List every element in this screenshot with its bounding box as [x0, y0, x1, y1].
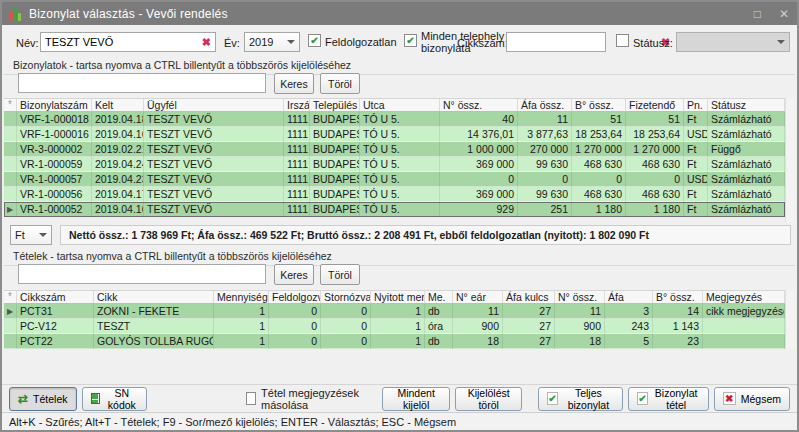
maximize-button[interactable]: □	[754, 7, 761, 21]
column-header[interactable]: Áfa	[605, 291, 653, 303]
column-header[interactable]: Megjegyzés	[703, 291, 785, 303]
chevron-down-icon	[287, 40, 295, 44]
sn-codes-button[interactable]: SN kódok	[82, 387, 148, 411]
scrollbar-track[interactable]	[785, 290, 795, 349]
items-search-input[interactable]	[19, 265, 265, 283]
all-sites-checkbox[interactable]: ✔	[404, 34, 417, 47]
column-header[interactable]: Cikk	[94, 291, 214, 303]
close-button[interactable]: ✕	[779, 7, 789, 21]
status-checkbox[interactable]	[616, 34, 629, 47]
column-header[interactable]: Feldolgozva	[269, 291, 321, 303]
status-label: Státusz:	[633, 37, 673, 49]
row-indicator	[4, 157, 17, 172]
documents-clear-button[interactable]: Töröl	[320, 73, 360, 94]
table-cell: Ft	[684, 202, 708, 217]
items-toggle-button[interactable]: ⇄ Tételek	[9, 387, 77, 411]
column-header[interactable]: N° eár	[453, 291, 503, 303]
table-cell: 0	[572, 172, 626, 187]
table-cell: 1 270 000	[572, 142, 626, 157]
currency-select[interactable]: Ft	[10, 225, 52, 245]
titlebar[interactable]: Bizonylat választás - Vevői rendelés □ ✕	[2, 2, 797, 25]
clear-name-icon[interactable]: ✖	[198, 36, 215, 49]
row-indicator: ▶	[4, 202, 17, 217]
table-cell: VR-1-000059	[17, 157, 92, 172]
table-cell: 14 376,01	[440, 127, 518, 142]
column-header[interactable]: Mennyiség	[214, 291, 269, 303]
table-cell: 1 000 000	[440, 142, 518, 157]
column-header[interactable]: Település	[310, 99, 360, 111]
column-header[interactable]: Áfa össz.	[518, 99, 572, 111]
name-label: Név:	[16, 37, 39, 49]
table-cell: cikk megjegyzése	[703, 304, 785, 319]
table-cell: 270 000	[518, 142, 572, 157]
table-cell: VRF-1-000018	[17, 112, 92, 127]
select-all-button[interactable]: Mindent kijelöl	[382, 387, 450, 411]
items-table[interactable]: *CikkszámCikkMennyiségFeldolgozvaStornóz…	[4, 290, 785, 349]
table-cell: Ft	[684, 187, 708, 202]
column-header[interactable]: Irszám	[284, 99, 310, 111]
table-cell: TÓ U 5.	[360, 187, 440, 202]
table-cell: 929	[440, 202, 518, 217]
table-row[interactable]: VR-1-0000572019.04.23TESZT VEVŐ1111BUDAP…	[4, 172, 785, 187]
table-row[interactable]: ▶PCT31ZOKNI - FEKETE1001db112711314cikk …	[4, 304, 785, 319]
cancel-button[interactable]: ✖ Mégsem	[714, 387, 790, 411]
documents-search-input[interactable]	[19, 74, 265, 92]
table-cell: 0	[321, 334, 371, 349]
table-row[interactable]: PCT22GOLYÓS TOLLBA RUGÓ1001db182718523	[4, 334, 785, 349]
column-header[interactable]: B° össz.	[572, 99, 626, 111]
table-row[interactable]: VR-1-0000592019.04.24TESZT VEVŐ1111BUDAP…	[4, 157, 785, 172]
column-header[interactable]: Fizetendő	[626, 99, 684, 111]
table-row[interactable]: VR-1-0000562019.04.17TESZT VEVŐ1111BUDAP…	[4, 187, 785, 202]
column-header[interactable]: Pn.	[684, 99, 708, 111]
table-cell: TESZT VEVŐ	[144, 142, 284, 157]
table-cell: 243	[605, 319, 653, 334]
column-header[interactable]: B° össz.	[653, 291, 703, 303]
table-row[interactable]: VR-3-0000022019.02.21TESZT VEVŐ1111BUDAP…	[4, 142, 785, 157]
items-search-button[interactable]: Keres	[274, 264, 314, 285]
copy-notes-checkbox[interactable]	[246, 392, 256, 405]
table-row[interactable]: ▶VR-1-0000522019.04.16TESZT VEVŐ1111BUDA…	[4, 202, 785, 217]
table-cell: TÓ U 5.	[360, 142, 440, 157]
table-cell: 369 000	[440, 157, 518, 172]
table-row[interactable]: PC-V12TESZT1001óra900279002431 143	[4, 319, 785, 334]
row-indicator	[4, 187, 17, 202]
document-item-button[interactable]: ✔ Bizonylat tétel	[628, 387, 709, 411]
unprocessed-checkbox[interactable]: ✔	[308, 34, 321, 47]
column-header[interactable]: Státusz	[708, 99, 785, 111]
red-x-icon: ✖	[723, 392, 736, 405]
table-cell: 369 000	[440, 187, 518, 202]
table-header-row: *CikkszámCikkMennyiségFeldolgozvaStornóz…	[4, 290, 785, 304]
table-cell: Ft	[684, 157, 708, 172]
table-row[interactable]: VRF-1-0000162019.04.16TESZT VEVŐ1111BUDA…	[4, 127, 785, 142]
scrollbar-track[interactable]	[785, 98, 795, 222]
column-header[interactable]: Cikkszám	[17, 291, 94, 303]
column-header[interactable]: Kelt	[92, 99, 144, 111]
table-cell: 1	[371, 334, 425, 349]
table-cell: Számlázható	[708, 172, 785, 187]
table-cell: TESZT VEVŐ	[144, 172, 284, 187]
column-header[interactable]: N° össz.	[555, 291, 605, 303]
documents-search-button[interactable]: Keres	[274, 73, 314, 94]
table-cell: 1	[214, 304, 269, 319]
table-row[interactable]: VRF-1-0000182019.04.18TESZT VEVŐ1111BUDA…	[4, 112, 785, 127]
table-cell: BUDAPEST	[310, 112, 360, 127]
items-clear-button[interactable]: Töröl	[320, 264, 360, 285]
documents-table[interactable]: *Bizonylatszám▼KeltÜgyfélIrszámTelepülés…	[4, 98, 785, 217]
table-cell: 2019.04.16	[92, 202, 144, 217]
clear-selection-button[interactable]: Kijelölést töröl	[455, 387, 522, 411]
full-document-button[interactable]: ✔ Teljes bizonylat	[538, 387, 623, 411]
dialog-window: Bizonylat választás - Vevői rendelés □ ✕…	[0, 0, 799, 432]
name-input[interactable]	[41, 33, 198, 51]
column-header[interactable]: Nyitott menny.	[371, 291, 425, 303]
column-header[interactable]: Me.	[425, 291, 453, 303]
column-header[interactable]: Áfa kulcs	[503, 291, 555, 303]
column-header[interactable]: Stornózva	[321, 291, 371, 303]
year-select[interactable]: 2019	[244, 32, 300, 52]
column-header[interactable]: N° össz.	[440, 99, 518, 111]
status-bar: Alt+K - Szűrés; Alt+T - Tételek; F9 - So…	[2, 412, 797, 430]
column-header[interactable]: Ügyfél	[144, 99, 284, 111]
column-header[interactable]: Utca	[360, 99, 440, 111]
column-header[interactable]: Bizonylatszám▼	[17, 99, 92, 111]
table-cell: 1	[371, 319, 425, 334]
status-select[interactable]	[676, 32, 790, 52]
